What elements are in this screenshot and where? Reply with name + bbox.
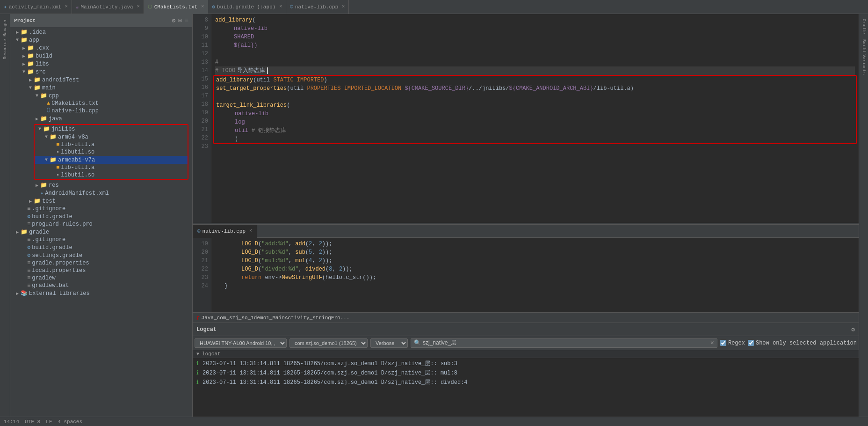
- close-tab-1[interactable]: ×: [137, 4, 140, 9]
- cmake-icon: ⬡: [148, 4, 152, 10]
- tree-item-src[interactable]: ▼ 📁 src: [10, 68, 192, 76]
- tree-item-libutil-so-armeabi[interactable]: ▪ libutil.so: [35, 171, 188, 179]
- folder-icon: 📁: [43, 125, 50, 132]
- tree-item-idea[interactable]: ▶ 📁 .idea: [10, 28, 192, 36]
- tree-item-build[interactable]: ▶ 📁 build: [10, 52, 192, 60]
- collapse-icon[interactable]: ⊟: [178, 17, 182, 24]
- lib-a-icon: ■: [56, 141, 59, 148]
- gear-icon[interactable]: ⚙: [172, 17, 176, 24]
- tree-item-main[interactable]: ▼ 📁 main: [10, 84, 192, 92]
- tree-item-local-properties[interactable]: ≡ local.properties: [10, 267, 192, 274]
- close-tab-3[interactable]: ×: [279, 4, 282, 9]
- settings-icon[interactable]: ≡: [185, 17, 188, 24]
- cpp-line-23: return env->NewStringUTF(hello.c_str());: [215, 273, 855, 282]
- indent-indicator: 4 spaces: [58, 419, 82, 425]
- log-line-3: ℹ 2023-07-11 13:31:14.811 18265-18265/co…: [196, 378, 855, 387]
- tree-item-androidmanifest[interactable]: ✦ AndroidManifest.xml: [10, 189, 192, 197]
- tree-item-gradle-folder[interactable]: ▶ 📁 gradle: [10, 228, 192, 236]
- tree-arrow: ▶: [14, 229, 21, 235]
- tree-arrow: ▶: [14, 291, 21, 296]
- tree-item-arm64[interactable]: ▼ 📁 arm64-v8a: [35, 133, 188, 141]
- cpp-code-area[interactable]: LOG_D("add:%d", add(2, 2)); LOG_D("sub:%…: [211, 238, 859, 312]
- tree-item-cpp-folder[interactable]: ▼ 📁 cpp: [10, 92, 192, 100]
- tree-item-build-gradle-root[interactable]: ⚙ build.gradle: [10, 243, 192, 251]
- tree-item-gitignore-root[interactable]: ≡ .gitignore: [10, 236, 192, 243]
- logcat-title: Logcat: [196, 326, 217, 333]
- logcat-section-label: logcat: [202, 351, 221, 357]
- build-variants-tab[interactable]: Build Variants: [861, 37, 867, 78]
- logcat-content: ℹ 2023-07-11 13:31:14.811 18265-18265/co…: [193, 358, 859, 417]
- xml-icon: ✦: [4, 4, 7, 10]
- tree-item-gradlew[interactable]: ≡ gradlew: [10, 274, 192, 282]
- tree-item-androidtest[interactable]: ▶ 📁 androidTest: [10, 76, 192, 84]
- search-icon: 🔍: [414, 339, 421, 346]
- xml-file-icon: ✦: [40, 190, 43, 197]
- tree-item-gradle-properties[interactable]: ≡ gradle.properties: [10, 259, 192, 267]
- tree-item-lib-util-arm64[interactable]: ■ lib-util.a: [35, 141, 188, 148]
- tree-arrow: ▶: [27, 77, 34, 83]
- cmake-code-area[interactable]: add_library( native-lib SHARED ${all}) #…: [211, 14, 859, 223]
- tree-item-jnilibs[interactable]: ▼ 📁 jniLibs: [35, 125, 188, 133]
- folder-icon: 📁: [40, 182, 47, 189]
- tree-item-test[interactable]: ▶ 📁 test: [10, 197, 192, 205]
- tree-item-external-libraries[interactable]: ▶ 📚 External Libraries: [10, 289, 192, 297]
- file-icon: ≡: [27, 221, 30, 228]
- tree-arrow: ▼: [43, 134, 50, 140]
- encoding-indicator: UTF-8: [25, 419, 40, 425]
- show-only-selected-label[interactable]: Show only selected application: [748, 340, 857, 346]
- tab-cmakelists[interactable]: ⬡ CMakeLists.txt ×: [144, 0, 208, 14]
- search-clear-icon[interactable]: ×: [710, 339, 714, 347]
- cpp-editor-panel: © native-lib.cpp × 19 20 21 22 23 24: [193, 225, 859, 323]
- tree-item-cmakelists-file[interactable]: ▲ CMakeLists.txt: [10, 100, 192, 107]
- tree-item-armeabi[interactable]: ▼ 📁 armeabi-v7a: [35, 156, 188, 164]
- jni-libs-red-box: ▼ 📁 jniLibs ▼ 📁 arm64-v8a: [34, 124, 188, 180]
- function-icon: ƒ: [196, 315, 200, 321]
- device-selector[interactable]: HUAWEI TNY-AL00 Android 10, ,: [195, 338, 287, 348]
- tree-item-libs[interactable]: ▶ 📁 libs: [10, 60, 192, 68]
- logcat-settings-icon[interactable]: ⚙: [851, 326, 855, 333]
- tree-item-java-folder[interactable]: ▶ 📁 java: [10, 115, 192, 123]
- tree-item-settings-gradle[interactable]: ⚙ settings.gradle: [10, 251, 192, 259]
- search-input[interactable]: [421, 339, 710, 347]
- tree-item-libutil-so-arm64[interactable]: ▪ libutil.so: [35, 148, 188, 156]
- tab-mainactivity-java[interactable]: ☕ MainActivity.java ×: [72, 0, 144, 14]
- regex-checkbox[interactable]: [720, 340, 726, 346]
- tree-arrow: ▼: [43, 157, 50, 162]
- close-tab-2[interactable]: ×: [201, 4, 204, 9]
- cmake-file-icon: ▲: [47, 100, 50, 107]
- tab-native-lib-cpp[interactable]: © native-lib.cpp ×: [286, 0, 349, 14]
- tab-native-lib-cpp-editor[interactable]: © native-lib.cpp ×: [193, 225, 257, 238]
- tree-item-res[interactable]: ▶ 📁 res: [10, 181, 192, 189]
- tree-item-proguard[interactable]: ≡ proguard-rules.pro: [10, 220, 192, 228]
- tab-activity-main-xml[interactable]: ✦ activity_main.xml ×: [0, 0, 72, 14]
- close-tab-0[interactable]: ×: [65, 4, 68, 9]
- file-icon: ≡: [27, 282, 30, 289]
- show-only-checkbox[interactable]: [748, 340, 754, 346]
- close-cpp-tab[interactable]: ×: [249, 228, 252, 234]
- tree-item-app[interactable]: ▼ 📁 app: [10, 36, 192, 44]
- tree-item-gitignore-app[interactable]: ≡ .gitignore: [10, 205, 192, 213]
- tree-item-build-gradle-app[interactable]: ⚙ build.gradle: [10, 213, 192, 220]
- tab-build-gradle[interactable]: ⚙ build.gradle (:app) ×: [208, 0, 286, 14]
- gradle-tab[interactable]: Gradle: [861, 16, 867, 37]
- folder-icon: 📁: [34, 84, 41, 91]
- close-tab-4[interactable]: ×: [342, 4, 345, 9]
- resource-manager-tab[interactable]: Resource Manager: [2, 16, 8, 62]
- tree-arrow: ▶: [21, 53, 27, 59]
- right-panel-strip: Gradle Build Variants: [859, 14, 868, 417]
- sidebar-actions: ⚙ ⊟ ≡: [172, 17, 188, 24]
- folder-icon: 📁: [21, 37, 28, 44]
- package-selector[interactable]: com.szj.so_demo1 (18265): [289, 338, 368, 348]
- tree-arrow: ▶: [34, 183, 40, 188]
- tree-item-lib-util-armeabi[interactable]: ■ lib-util.a: [35, 164, 188, 171]
- regex-label[interactable]: Regex: [720, 340, 745, 346]
- verbose-selector[interactable]: Verbose: [370, 338, 408, 348]
- lib-a-icon: ■: [56, 164, 59, 171]
- tree-item-cxx[interactable]: ▶ 📁 .cxx: [10, 44, 192, 52]
- tree-item-native-lib-cpp-file[interactable]: © native-lib.cpp: [10, 107, 192, 115]
- tree-item-gradlew-bat[interactable]: ≡ gradlew.bat: [10, 282, 192, 289]
- folder-icon: 📁: [40, 115, 47, 122]
- collapse-icon[interactable]: ▼: [196, 352, 199, 357]
- tree-arrow: ▶: [21, 61, 27, 67]
- cpp-icon: ©: [197, 228, 201, 234]
